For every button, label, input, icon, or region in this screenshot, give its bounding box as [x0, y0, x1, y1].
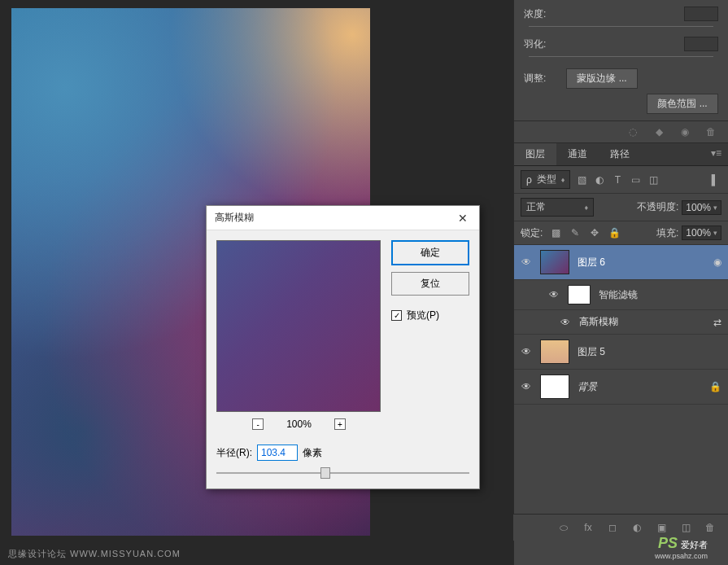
- visibility-icon[interactable]: 👁: [521, 346, 532, 357]
- preview-checkbox[interactable]: ✓: [391, 310, 402, 321]
- color-range-button[interactable]: 颜色范围 ...: [647, 94, 718, 114]
- delete-mask-icon[interactable]: 🗑: [705, 126, 717, 138]
- zoom-level: 100%: [286, 418, 312, 430]
- lock-label: 锁定:: [521, 226, 543, 240]
- opacity-value[interactable]: 100%▾: [682, 200, 721, 215]
- layer-6[interactable]: 👁 图层 6 ◉: [514, 245, 728, 280]
- panel-tabs: 图层 通道 路径 ▾≡: [514, 143, 728, 166]
- disable-mask-icon[interactable]: ◉: [679, 126, 691, 138]
- opacity-label: 不透明度:: [637, 200, 678, 214]
- fill-value[interactable]: 100%▾: [682, 226, 721, 240]
- layer-thumbnail[interactable]: [540, 339, 569, 364]
- delete-layer-icon[interactable]: 🗑: [704, 521, 717, 534]
- tab-layers[interactable]: 图层: [514, 143, 556, 165]
- radius-slider[interactable]: [216, 467, 469, 479]
- density-slider[interactable]: [529, 26, 713, 27]
- link-layers-icon[interactable]: ⬭: [557, 521, 570, 534]
- filter-pixel-icon[interactable]: ▧: [575, 173, 588, 186]
- tab-channels[interactable]: 通道: [556, 143, 599, 165]
- filter-mask-thumbnail[interactable]: [568, 285, 591, 304]
- mask-from-selection-icon[interactable]: ◌: [627, 126, 639, 138]
- watermark-left: 思缘设计论坛 WWW.MISSYUAN.COM: [8, 548, 181, 560]
- filter-type-select[interactable]: ρ 类型 ♦: [521, 170, 570, 189]
- smart-filters-group[interactable]: 👁 智能滤镜: [514, 280, 728, 310]
- layers-list: 👁 图层 6 ◉ 👁 智能滤镜 👁 高斯模糊 ⇄ 👁 图层 5 👁 背景 🔒: [514, 245, 728, 405]
- blur-preview[interactable]: [216, 240, 381, 412]
- add-mask-icon[interactable]: ◻: [606, 521, 619, 534]
- feather-label: 羽化:: [524, 37, 558, 51]
- visibility-icon[interactable]: 👁: [560, 317, 571, 328]
- close-icon[interactable]: ✕: [455, 212, 471, 225]
- radius-unit: 像素: [303, 446, 322, 460]
- tab-paths[interactable]: 路径: [599, 143, 641, 165]
- dialog-title: 高斯模糊: [215, 211, 254, 225]
- filter-gaussian-blur[interactable]: 👁 高斯模糊 ⇄: [514, 310, 728, 335]
- visibility-icon[interactable]: 👁: [521, 381, 532, 392]
- layer-name: 图层 6: [578, 256, 705, 269]
- filter-adjust-icon[interactable]: ◐: [593, 173, 606, 186]
- layer-background[interactable]: 👁 背景 🔒: [514, 370, 728, 405]
- lock-position-icon[interactable]: ✥: [588, 226, 601, 239]
- layer-thumbnail[interactable]: [540, 250, 569, 274]
- layer-filter-toolbar: ρ 类型 ♦ ▧ ◐ T ▭ ◫ ▌: [514, 166, 728, 194]
- visibility-icon[interactable]: 👁: [521, 256, 532, 268]
- mask-edge-button[interactable]: 蒙版边缘 ...: [566, 68, 638, 89]
- preview-label: 预览(P): [407, 309, 439, 322]
- reset-button[interactable]: 复位: [391, 272, 469, 296]
- layer-5[interactable]: 👁 图层 5: [514, 335, 728, 370]
- gaussian-blur-dialog: 高斯模糊 ✕ - 100% + 确定 复位 ✓ 预览(P) 半径(R): 像素: [206, 205, 480, 489]
- filter-options-icon[interactable]: ⇄: [713, 317, 721, 328]
- filter-text-icon[interactable]: T: [611, 173, 624, 186]
- smart-object-icon: ◉: [713, 256, 721, 268]
- filter-name: 高斯模糊: [579, 315, 705, 329]
- blend-mode-select[interactable]: 正常♦: [521, 198, 594, 217]
- mask-properties: 浓度: 羽化: 调整: 蒙版边缘 ... 颜色范围 ...: [514, 0, 728, 120]
- new-layer-icon[interactable]: ◫: [679, 521, 692, 534]
- blend-toolbar: 正常♦ 不透明度: 100%▾: [514, 194, 728, 221]
- adjust-label: 调整:: [524, 72, 558, 85]
- zoom-in-button[interactable]: +: [334, 418, 346, 430]
- smart-filters-label: 智能滤镜: [599, 288, 721, 302]
- panel-menu-icon[interactable]: ▾≡: [704, 143, 728, 165]
- ok-button[interactable]: 确定: [391, 240, 469, 265]
- filter-shape-icon[interactable]: ▭: [629, 173, 642, 186]
- layer-name: 图层 5: [578, 345, 721, 359]
- watermark-right: PS爱好者 www.psahz.com: [655, 535, 708, 560]
- lock-toolbar: 锁定: ▩ ✎ ✥ 🔒 填充: 100%▾: [514, 221, 728, 245]
- radius-label: 半径(R):: [216, 446, 252, 460]
- layer-thumbnail[interactable]: [540, 374, 569, 399]
- layer-name: 背景: [578, 380, 701, 394]
- filter-toggle-icon[interactable]: ▌: [708, 173, 721, 186]
- filter-smart-icon[interactable]: ◫: [647, 173, 660, 186]
- density-value[interactable]: [684, 7, 718, 21]
- radius-input[interactable]: [257, 445, 298, 461]
- mask-icon-strip: ◌ ◆ ◉ 🗑: [514, 120, 728, 143]
- visibility-icon[interactable]: 👁: [548, 289, 560, 300]
- dialog-titlebar[interactable]: 高斯模糊 ✕: [207, 206, 479, 230]
- fill-label: 填充:: [656, 226, 678, 240]
- lock-icon: 🔒: [709, 381, 721, 392]
- new-group-icon[interactable]: ▣: [655, 521, 668, 534]
- feather-value[interactable]: [684, 37, 718, 51]
- zoom-out-button[interactable]: -: [252, 418, 264, 430]
- apply-mask-icon[interactable]: ◆: [653, 126, 665, 138]
- layer-fx-icon[interactable]: fx: [582, 521, 595, 534]
- lock-all-icon[interactable]: 🔒: [608, 226, 621, 239]
- feather-slider[interactable]: [529, 56, 713, 57]
- new-adjustment-icon[interactable]: ◐: [630, 521, 643, 534]
- density-label: 浓度:: [524, 7, 558, 21]
- lock-transparent-icon[interactable]: ▩: [549, 226, 562, 239]
- right-panel: 浓度: 羽化: 调整: 蒙版边缘 ... 颜色范围 ... ◌ ◆ ◉ 🗑 图层…: [513, 0, 728, 565]
- lock-pixels-icon[interactable]: ✎: [569, 226, 582, 239]
- radius-slider-thumb[interactable]: [320, 467, 330, 479]
